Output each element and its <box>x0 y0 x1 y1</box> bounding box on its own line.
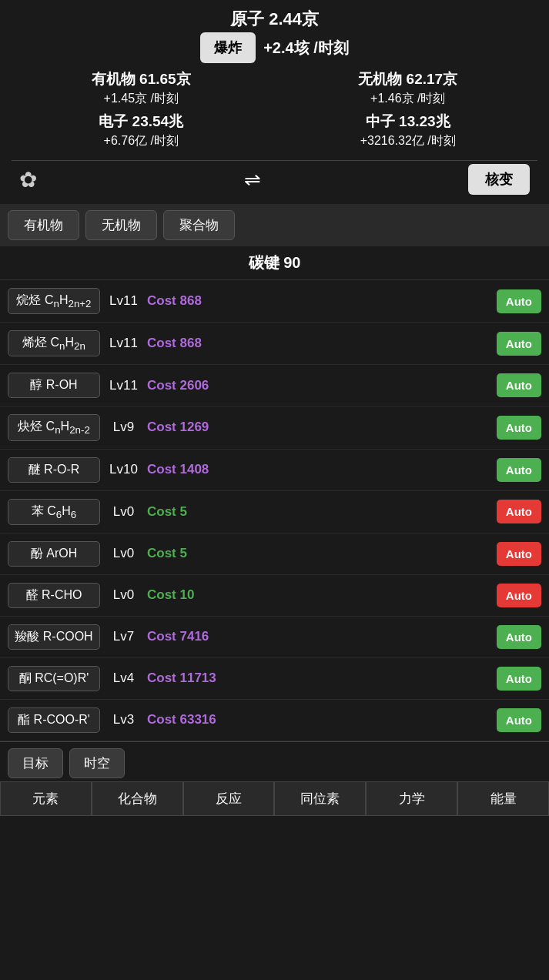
resources-grid: 有机物 61.65京 无机物 62.17京 +1.45京 /时刻 +1.46京 … <box>12 69 537 152</box>
auto-button-5[interactable]: Auto <box>497 500 541 523</box>
tab-polymer[interactable]: 聚合物 <box>163 210 235 240</box>
flower-icon: ✿ <box>19 167 37 192</box>
explode-button[interactable]: 爆炸 <box>200 32 256 63</box>
shuffle-icon: ⇌ <box>244 168 261 192</box>
electron-value: 电子 23.54兆 <box>12 112 271 132</box>
item-cost-6: Cost 5 <box>147 546 490 561</box>
bottom-nav-bottom: 元素 化合物 反应 同位素 力学 能量 <box>0 781 549 819</box>
list-item: 烷烃 CnH2n+2Lv11Cost 868Auto <box>0 280 549 323</box>
auto-button-8[interactable]: Auto <box>497 625 541 649</box>
nav-btn-target[interactable]: 目标 <box>8 748 63 778</box>
auto-button-7[interactable]: Auto <box>497 584 541 607</box>
atom-count: 原子 2.44京 <box>12 8 537 31</box>
auto-button-10[interactable]: Auto <box>497 708 541 732</box>
item-name-8[interactable]: 羧酸 R-COOH <box>8 624 100 650</box>
item-cost-0: Cost 868 <box>147 293 490 309</box>
nav-btn-compound[interactable]: 化合物 <box>92 781 183 816</box>
item-name-9[interactable]: 酮 RC(=O)R' <box>8 666 100 691</box>
nav-btn-mechanics[interactable]: 力学 <box>366 781 457 816</box>
item-level-0: Lv11 <box>106 293 141 309</box>
list-item: 醇 R-OHLv11Cost 2606Auto <box>0 365 549 406</box>
item-level-3: Lv9 <box>106 420 141 435</box>
list-item: 酯 R-COO-R'Lv3Cost 63316Auto <box>0 700 549 741</box>
atom-rate: +2.4垓 /时刻 <box>263 38 349 59</box>
list-item: 羧酸 R-COOHLv7Cost 7416Auto <box>0 617 549 658</box>
bottom-nav-top: 目标 时空 <box>0 741 549 781</box>
item-cost-3: Cost 1269 <box>147 420 490 435</box>
item-level-6: Lv0 <box>106 546 141 561</box>
auto-button-1[interactable]: Auto <box>497 332 541 356</box>
item-cost-10: Cost 63316 <box>147 712 490 727</box>
list-item: 酚 ArOHLv0Cost 5Auto <box>0 533 549 575</box>
organic-value: 有机物 61.65京 <box>12 69 271 89</box>
item-cost-1: Cost 868 <box>147 336 490 351</box>
nav-btn-energy[interactable]: 能量 <box>457 781 549 816</box>
item-level-5: Lv0 <box>106 504 141 520</box>
organic-rate: +1.45京 /时刻 <box>12 91 271 107</box>
item-name-10[interactable]: 酯 R-COO-R' <box>8 707 100 733</box>
item-level-1: Lv11 <box>106 336 141 351</box>
auto-button-6[interactable]: Auto <box>497 542 541 566</box>
item-name-3[interactable]: 炔烃 CnH2n-2 <box>8 414 100 440</box>
inorganic-value: 无机物 62.17京 <box>279 69 538 89</box>
item-name-0[interactable]: 烷烃 CnH2n+2 <box>8 288 100 314</box>
item-name-2[interactable]: 醇 R-OH <box>8 373 100 398</box>
item-cost-5: Cost 5 <box>147 504 490 520</box>
item-level-2: Lv11 <box>106 378 141 393</box>
electron-rate: +6.76亿 /时刻 <box>12 133 271 149</box>
nav-btn-reaction[interactable]: 反应 <box>183 781 275 816</box>
item-cost-9: Cost 11713 <box>147 671 490 686</box>
top-row: 爆炸 +2.4垓 /时刻 <box>12 32 537 63</box>
bottom-controls: ✿ ⇌ 核变 <box>12 160 537 198</box>
nav-btn-element[interactable]: 元素 <box>0 781 92 816</box>
carbon-header: 碳键 90 <box>0 246 549 280</box>
auto-button-9[interactable]: Auto <box>497 667 541 691</box>
nuclear-button[interactable]: 核变 <box>468 164 530 195</box>
inorganic-rate: +1.46京 /时刻 <box>279 91 538 107</box>
item-name-6[interactable]: 酚 ArOH <box>8 541 100 567</box>
item-name-5[interactable]: 苯 C6H6 <box>8 499 100 525</box>
list-item: 炔烃 CnH2n-2Lv9Cost 1269Auto <box>0 406 549 449</box>
item-level-10: Lv3 <box>106 712 141 727</box>
tab-organic[interactable]: 有机物 <box>8 210 79 240</box>
tab-inorganic[interactable]: 无机物 <box>85 210 157 240</box>
item-level-4: Lv10 <box>106 462 141 477</box>
list-item: 烯烃 CnH2nLv11Cost 868Auto <box>0 323 549 365</box>
item-level-9: Lv4 <box>106 671 141 686</box>
neutron-rate: +3216.32亿 /时刻 <box>279 133 538 149</box>
item-cost-4: Cost 1408 <box>147 462 490 477</box>
item-cost-8: Cost 7416 <box>147 629 490 644</box>
item-cost-2: Cost 2606 <box>147 378 490 393</box>
item-name-4[interactable]: 醚 R-O-R <box>8 457 100 483</box>
item-level-8: Lv7 <box>106 629 141 644</box>
nav-btn-isotope[interactable]: 同位素 <box>274 781 366 816</box>
neutron-value: 中子 13.23兆 <box>279 112 538 132</box>
tab-bar: 有机物 无机物 聚合物 <box>0 204 549 246</box>
list-item: 醚 R-O-RLv10Cost 1408Auto <box>0 450 549 491</box>
auto-button-3[interactable]: Auto <box>497 416 541 440</box>
item-level-7: Lv0 <box>106 587 141 603</box>
auto-button-2[interactable]: Auto <box>497 373 541 397</box>
list-item: 苯 C6H6Lv0Cost 5Auto <box>0 491 549 533</box>
list-item: 酮 RC(=O)R'Lv4Cost 11713Auto <box>0 658 549 700</box>
items-list: 烷烃 CnH2n+2Lv11Cost 868Auto烯烃 CnH2nLv11Co… <box>0 280 549 741</box>
list-item: 醛 R-CHOLv0Cost 10Auto <box>0 575 549 617</box>
item-cost-7: Cost 10 <box>147 587 490 603</box>
auto-button-0[interactable]: Auto <box>497 289 541 313</box>
nav-btn-spacetime[interactable]: 时空 <box>69 748 125 778</box>
top-section: 原子 2.44京 爆炸 +2.4垓 /时刻 有机物 61.65京 无机物 62.… <box>0 0 549 204</box>
auto-button-4[interactable]: Auto <box>497 458 541 482</box>
item-name-1[interactable]: 烯烃 CnH2n <box>8 330 100 356</box>
item-name-7[interactable]: 醛 R-CHO <box>8 583 100 608</box>
